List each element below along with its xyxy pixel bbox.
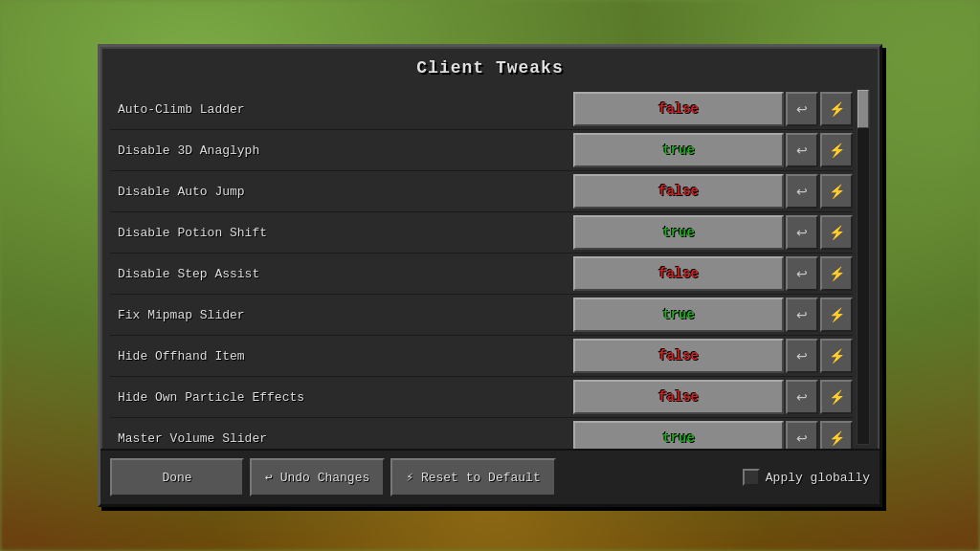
setting-label: Disable Potion Shift <box>110 226 573 240</box>
scrollbar-thumb[interactable] <box>858 90 869 128</box>
setting-label: Disable Step Assist <box>110 267 573 281</box>
setting-label: Hide Own Particle Effects <box>110 390 573 405</box>
value-toggle-button[interactable]: false <box>573 92 784 126</box>
value-toggle-button[interactable]: false <box>573 339 784 373</box>
undo-icon-button[interactable]: ↩ <box>786 298 818 332</box>
reset-button[interactable]: ⚡ Reset to Default <box>390 458 555 496</box>
setting-controls: false↩⚡ <box>573 256 853 291</box>
value-text: false <box>658 348 699 364</box>
undo-icon-button[interactable]: ↩ <box>786 133 818 167</box>
reset-icon-button[interactable]: ⚡ <box>820 256 853 291</box>
value-toggle-button[interactable]: true <box>573 421 784 449</box>
settings-list: Auto-Climb Ladderfalse↩⚡Disable 3D Anagl… <box>110 89 853 445</box>
value-text: false <box>658 101 699 117</box>
setting-row: Hide Own Particle Effectsfalse↩⚡ <box>110 377 853 418</box>
setting-row: Disable Potion Shifttrue↩⚡ <box>110 212 853 253</box>
panel-title: Client Tweaks <box>100 47 880 85</box>
setting-row: Fix Mipmap Slidertrue↩⚡ <box>110 295 853 336</box>
setting-controls: true↩⚡ <box>573 215 853 250</box>
setting-label: Master Volume Slider <box>110 431 573 446</box>
undo-icon-button[interactable]: ↩ <box>786 339 818 373</box>
value-toggle-button[interactable]: true <box>573 133 784 167</box>
value-text: false <box>658 266 699 281</box>
reset-icon-button[interactable]: ⚡ <box>820 298 853 332</box>
value-toggle-button[interactable]: false <box>573 256 784 291</box>
value-toggle-button[interactable]: true <box>573 215 784 250</box>
setting-controls: true↩⚡ <box>573 133 853 167</box>
setting-row: Auto-Climb Ladderfalse↩⚡ <box>110 89 853 130</box>
value-text: false <box>658 184 699 199</box>
undo-icon-button[interactable]: ↩ <box>786 174 818 209</box>
reset-icon-button[interactable]: ⚡ <box>820 133 853 167</box>
setting-label: Fix Mipmap Slider <box>110 308 573 322</box>
value-toggle-button[interactable]: false <box>573 174 784 209</box>
setting-controls: false↩⚡ <box>573 92 853 126</box>
done-button[interactable]: Done <box>110 458 244 496</box>
reset-icon-button[interactable]: ⚡ <box>820 380 853 414</box>
setting-label: Disable 3D Anaglyph <box>110 143 573 158</box>
apply-globally-checkbox[interactable] <box>743 469 760 486</box>
undo-icon-button[interactable]: ↩ <box>786 421 818 449</box>
value-text: true <box>662 430 695 446</box>
reset-icon-button[interactable]: ⚡ <box>820 174 853 209</box>
apply-globally-container: Apply globally <box>743 469 870 486</box>
undo-icon-button[interactable]: ↩ <box>786 215 818 250</box>
undo-icon-button[interactable]: ↩ <box>786 92 818 126</box>
setting-label: Hide Offhand Item <box>110 349 573 364</box>
value-text: true <box>662 307 695 322</box>
undo-button[interactable]: ↩ Undo Changes <box>250 458 385 496</box>
apply-globally-label: Apply globally <box>766 471 870 485</box>
setting-controls: false↩⚡ <box>573 380 853 414</box>
reset-icon-button[interactable]: ⚡ <box>820 92 853 126</box>
setting-row: Disable Auto Jumpfalse↩⚡ <box>110 171 853 212</box>
footer: Done ↩ Undo Changes ⚡ Reset to Default A… <box>100 449 880 504</box>
value-text: true <box>662 143 695 158</box>
setting-label: Auto-Climb Ladder <box>110 102 573 117</box>
undo-icon-button[interactable]: ↩ <box>786 380 818 414</box>
undo-icon-button[interactable]: ↩ <box>786 256 818 291</box>
value-toggle-button[interactable]: true <box>573 298 784 332</box>
setting-label: Disable Auto Jump <box>110 185 573 199</box>
setting-row: Hide Offhand Itemfalse↩⚡ <box>110 336 853 377</box>
scrollbar-track[interactable] <box>857 89 870 445</box>
setting-row: Disable 3D Anaglyphtrue↩⚡ <box>110 130 853 171</box>
setting-controls: true↩⚡ <box>573 298 853 332</box>
setting-row: Master Volume Slidertrue↩⚡ <box>110 418 853 449</box>
value-text: false <box>658 389 699 405</box>
reset-icon-button[interactable]: ⚡ <box>820 421 853 449</box>
setting-controls: true↩⚡ <box>573 421 853 449</box>
reset-icon-button[interactable]: ⚡ <box>820 215 853 250</box>
value-text: true <box>662 225 695 240</box>
value-toggle-button[interactable]: false <box>573 380 784 414</box>
setting-row: Disable Step Assistfalse↩⚡ <box>110 253 853 295</box>
settings-panel: Client Tweaks Auto-Climb Ladderfalse↩⚡Di… <box>98 44 882 507</box>
setting-controls: false↩⚡ <box>573 174 853 209</box>
setting-controls: false↩⚡ <box>573 339 853 373</box>
reset-icon-button[interactable]: ⚡ <box>820 339 853 373</box>
settings-area: Auto-Climb Ladderfalse↩⚡Disable 3D Anagl… <box>100 85 880 449</box>
